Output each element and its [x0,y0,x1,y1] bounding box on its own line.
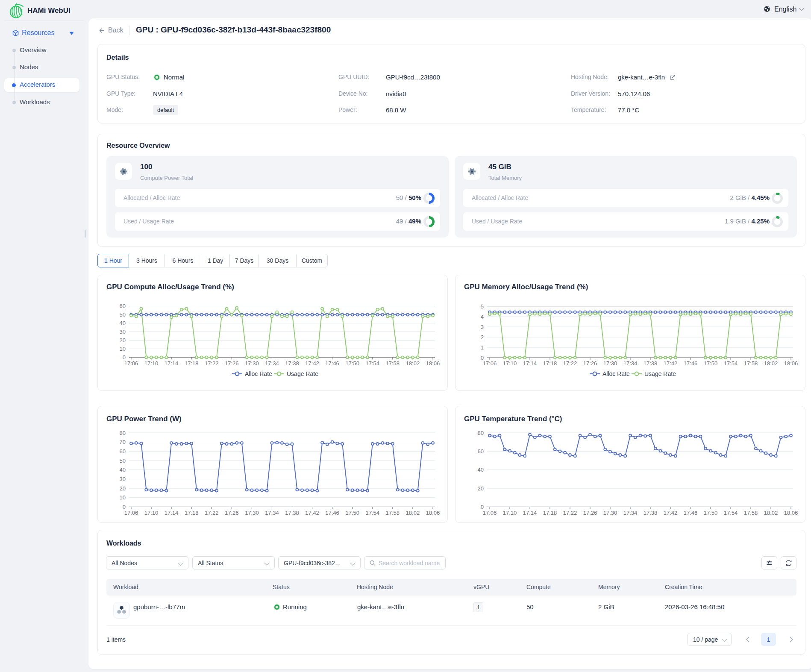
svg-text:17:46: 17:46 [684,360,698,367]
svg-text:70: 70 [120,439,126,445]
svg-text:20: 20 [120,485,126,492]
svg-text:17:42: 17:42 [664,510,678,516]
svg-text:Usage Rate: Usage Rate [287,370,318,377]
svg-text:17:42: 17:42 [305,360,319,367]
svg-text:17:10: 17:10 [503,510,517,516]
svg-text:17:54: 17:54 [724,360,738,367]
svg-text:17:38: 17:38 [285,510,299,516]
svg-text:17:22: 17:22 [563,510,577,516]
svg-text:17:46: 17:46 [684,510,698,516]
svg-text:17:54: 17:54 [724,510,738,516]
svg-text:17:30: 17:30 [245,510,259,516]
svg-text:17:34: 17:34 [265,360,279,367]
svg-text:30: 30 [120,476,126,482]
svg-text:17:30: 17:30 [603,510,617,516]
svg-text:40: 40 [120,467,126,473]
svg-text:Alloc Rate: Alloc Rate [602,370,630,377]
svg-text:17:50: 17:50 [704,510,718,516]
svg-text:17:22: 17:22 [205,360,219,367]
svg-text:20: 20 [120,337,126,343]
svg-text:17:58: 17:58 [386,510,400,516]
svg-text:50: 50 [120,458,126,464]
svg-text:17:54: 17:54 [366,510,380,516]
svg-text:80: 80 [478,430,484,436]
svg-text:30: 30 [120,329,126,335]
svg-text:18:06: 18:06 [426,360,440,367]
svg-text:17:42: 17:42 [305,510,319,516]
svg-text:17:58: 17:58 [744,510,758,516]
svg-text:17:26: 17:26 [583,360,597,367]
svg-text:17:18: 17:18 [185,510,199,516]
svg-text:17:30: 17:30 [245,360,259,367]
svg-text:80: 80 [120,430,126,436]
svg-text:17:14: 17:14 [165,510,179,516]
svg-text:17:26: 17:26 [583,510,597,516]
svg-text:17:06: 17:06 [124,360,138,367]
svg-text:17:50: 17:50 [345,510,359,516]
svg-text:17:10: 17:10 [503,360,517,367]
svg-text:0: 0 [481,504,484,510]
svg-text:18:02: 18:02 [764,360,778,367]
svg-text:0: 0 [123,504,126,510]
svg-text:17:06: 17:06 [483,510,497,516]
svg-text:17:22: 17:22 [563,360,577,367]
svg-text:10: 10 [120,494,126,501]
svg-text:17:58: 17:58 [386,360,400,367]
svg-text:18:02: 18:02 [406,510,420,516]
svg-text:2: 2 [481,334,484,340]
svg-text:4: 4 [481,314,484,320]
svg-text:18:06: 18:06 [426,510,440,516]
svg-text:17:38: 17:38 [644,360,658,367]
svg-text:40: 40 [120,320,126,326]
svg-text:17:22: 17:22 [205,510,219,516]
svg-text:1: 1 [481,344,484,351]
svg-text:17:38: 17:38 [285,360,299,367]
svg-text:5: 5 [481,303,484,310]
svg-text:17:18: 17:18 [543,360,557,367]
svg-text:17:34: 17:34 [623,510,638,516]
svg-text:60: 60 [120,448,126,455]
svg-text:17:58: 17:58 [744,360,758,367]
svg-text:17:42: 17:42 [664,360,678,367]
svg-text:17:34: 17:34 [265,510,279,516]
svg-text:18:06: 18:06 [784,510,798,516]
svg-text:50: 50 [120,311,126,318]
svg-text:17:18: 17:18 [185,360,199,367]
svg-text:17:14: 17:14 [165,360,179,367]
svg-text:17:18: 17:18 [543,510,557,516]
svg-text:17:46: 17:46 [325,360,339,367]
svg-text:60: 60 [120,303,126,309]
svg-text:17:30: 17:30 [603,360,617,367]
svg-text:18:02: 18:02 [406,360,420,367]
svg-text:17:26: 17:26 [225,510,239,516]
svg-text:10: 10 [120,346,126,352]
svg-text:17:26: 17:26 [225,360,239,367]
svg-text:18:06: 18:06 [784,360,798,367]
svg-text:0: 0 [123,354,126,361]
svg-text:17:10: 17:10 [144,510,159,516]
svg-text:17:38: 17:38 [644,510,658,516]
svg-text:17:54: 17:54 [366,360,380,367]
svg-text:17:06: 17:06 [124,510,138,516]
svg-text:3: 3 [481,324,484,330]
svg-text:40: 40 [478,467,484,473]
svg-text:20: 20 [478,485,484,492]
svg-text:17:06: 17:06 [483,360,497,367]
svg-text:17:10: 17:10 [144,360,159,367]
svg-text:Usage Rate: Usage Rate [644,370,676,377]
svg-text:17:46: 17:46 [325,510,339,516]
svg-text:17:14: 17:14 [523,360,537,367]
svg-text:17:14: 17:14 [523,510,537,516]
svg-text:Alloc Rate: Alloc Rate [245,370,272,377]
svg-text:17:34: 17:34 [623,360,638,367]
svg-text:17:50: 17:50 [345,360,359,367]
svg-text:17:50: 17:50 [704,360,718,367]
svg-text:60: 60 [478,448,484,455]
svg-text:18:02: 18:02 [764,510,778,516]
